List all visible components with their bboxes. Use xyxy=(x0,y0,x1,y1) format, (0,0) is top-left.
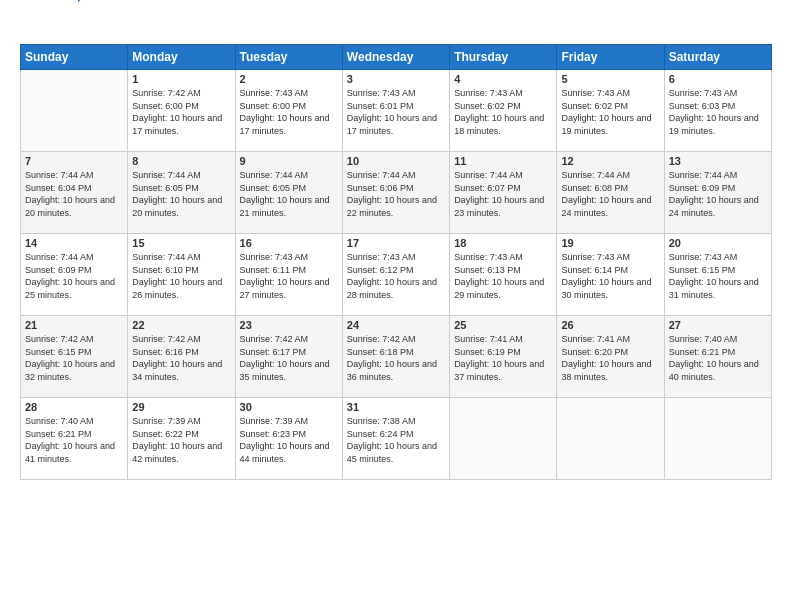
day-number: 12 xyxy=(561,155,659,167)
calendar-cell: 23Sunrise: 7:42 AMSunset: 6:17 PMDayligh… xyxy=(235,316,342,398)
day-info: Sunrise: 7:44 AMSunset: 6:09 PMDaylight:… xyxy=(669,169,767,219)
day-info: Sunrise: 7:43 AMSunset: 6:15 PMDaylight:… xyxy=(669,251,767,301)
day-number: 16 xyxy=(240,237,338,249)
logo xyxy=(20,16,96,34)
calendar-cell xyxy=(557,398,664,480)
weekday-header-monday: Monday xyxy=(128,45,235,70)
day-info: Sunrise: 7:44 AMSunset: 6:08 PMDaylight:… xyxy=(561,169,659,219)
day-number: 9 xyxy=(240,155,338,167)
day-number: 20 xyxy=(669,237,767,249)
day-info: Sunrise: 7:41 AMSunset: 6:19 PMDaylight:… xyxy=(454,333,552,383)
day-number: 18 xyxy=(454,237,552,249)
calendar-week-2: 7Sunrise: 7:44 AMSunset: 6:04 PMDaylight… xyxy=(21,152,772,234)
day-number: 3 xyxy=(347,73,445,85)
weekday-header-thursday: Thursday xyxy=(450,45,557,70)
calendar-table: SundayMondayTuesdayWednesdayThursdayFrid… xyxy=(20,44,772,480)
day-number: 28 xyxy=(25,401,123,413)
day-number: 25 xyxy=(454,319,552,331)
day-info: Sunrise: 7:43 AMSunset: 6:00 PMDaylight:… xyxy=(240,87,338,137)
day-info: Sunrise: 7:38 AMSunset: 6:24 PMDaylight:… xyxy=(347,415,445,465)
calendar-cell: 17Sunrise: 7:43 AMSunset: 6:12 PMDayligh… xyxy=(342,234,449,316)
day-info: Sunrise: 7:39 AMSunset: 6:23 PMDaylight:… xyxy=(240,415,338,465)
calendar-cell xyxy=(21,70,128,152)
calendar-cell: 28Sunrise: 7:40 AMSunset: 6:21 PMDayligh… xyxy=(21,398,128,480)
weekday-header-wednesday: Wednesday xyxy=(342,45,449,70)
day-info: Sunrise: 7:44 AMSunset: 6:04 PMDaylight:… xyxy=(25,169,123,219)
day-info: Sunrise: 7:42 AMSunset: 6:15 PMDaylight:… xyxy=(25,333,123,383)
calendar-cell: 1Sunrise: 7:42 AMSunset: 6:00 PMDaylight… xyxy=(128,70,235,152)
calendar-cell: 10Sunrise: 7:44 AMSunset: 6:06 PMDayligh… xyxy=(342,152,449,234)
day-info: Sunrise: 7:44 AMSunset: 6:10 PMDaylight:… xyxy=(132,251,230,301)
calendar-week-4: 21Sunrise: 7:42 AMSunset: 6:15 PMDayligh… xyxy=(21,316,772,398)
weekday-header-friday: Friday xyxy=(557,45,664,70)
day-number: 29 xyxy=(132,401,230,413)
calendar-body: 1Sunrise: 7:42 AMSunset: 6:00 PMDaylight… xyxy=(21,70,772,480)
day-info: Sunrise: 7:44 AMSunset: 6:05 PMDaylight:… xyxy=(240,169,338,219)
calendar-cell: 25Sunrise: 7:41 AMSunset: 6:19 PMDayligh… xyxy=(450,316,557,398)
calendar-cell: 7Sunrise: 7:44 AMSunset: 6:04 PMDaylight… xyxy=(21,152,128,234)
calendar-cell: 15Sunrise: 7:44 AMSunset: 6:10 PMDayligh… xyxy=(128,234,235,316)
calendar-cell: 26Sunrise: 7:41 AMSunset: 6:20 PMDayligh… xyxy=(557,316,664,398)
calendar-cell: 21Sunrise: 7:42 AMSunset: 6:15 PMDayligh… xyxy=(21,316,128,398)
calendar-cell: 12Sunrise: 7:44 AMSunset: 6:08 PMDayligh… xyxy=(557,152,664,234)
day-number: 1 xyxy=(132,73,230,85)
calendar-cell: 4Sunrise: 7:43 AMSunset: 6:02 PMDaylight… xyxy=(450,70,557,152)
day-info: Sunrise: 7:42 AMSunset: 6:18 PMDaylight:… xyxy=(347,333,445,383)
calendar-cell: 14Sunrise: 7:44 AMSunset: 6:09 PMDayligh… xyxy=(21,234,128,316)
day-info: Sunrise: 7:43 AMSunset: 6:03 PMDaylight:… xyxy=(669,87,767,137)
calendar-cell: 19Sunrise: 7:43 AMSunset: 6:14 PMDayligh… xyxy=(557,234,664,316)
day-number: 26 xyxy=(561,319,659,331)
day-number: 7 xyxy=(25,155,123,167)
calendar-cell: 30Sunrise: 7:39 AMSunset: 6:23 PMDayligh… xyxy=(235,398,342,480)
day-number: 23 xyxy=(240,319,338,331)
day-info: Sunrise: 7:42 AMSunset: 6:17 PMDaylight:… xyxy=(240,333,338,383)
day-info: Sunrise: 7:40 AMSunset: 6:21 PMDaylight:… xyxy=(669,333,767,383)
calendar-cell: 29Sunrise: 7:39 AMSunset: 6:22 PMDayligh… xyxy=(128,398,235,480)
calendar-page: SundayMondayTuesdayWednesdayThursdayFrid… xyxy=(0,0,792,490)
calendar-cell: 20Sunrise: 7:43 AMSunset: 6:15 PMDayligh… xyxy=(664,234,771,316)
day-info: Sunrise: 7:42 AMSunset: 6:16 PMDaylight:… xyxy=(132,333,230,383)
day-number: 2 xyxy=(240,73,338,85)
calendar-week-5: 28Sunrise: 7:40 AMSunset: 6:21 PMDayligh… xyxy=(21,398,772,480)
calendar-cell: 13Sunrise: 7:44 AMSunset: 6:09 PMDayligh… xyxy=(664,152,771,234)
calendar-cell: 31Sunrise: 7:38 AMSunset: 6:24 PMDayligh… xyxy=(342,398,449,480)
calendar-cell: 24Sunrise: 7:42 AMSunset: 6:18 PMDayligh… xyxy=(342,316,449,398)
day-info: Sunrise: 7:39 AMSunset: 6:22 PMDaylight:… xyxy=(132,415,230,465)
calendar-week-1: 1Sunrise: 7:42 AMSunset: 6:00 PMDaylight… xyxy=(21,70,772,152)
day-number: 27 xyxy=(669,319,767,331)
calendar-cell: 2Sunrise: 7:43 AMSunset: 6:00 PMDaylight… xyxy=(235,70,342,152)
day-info: Sunrise: 7:43 AMSunset: 6:14 PMDaylight:… xyxy=(561,251,659,301)
weekday-header-tuesday: Tuesday xyxy=(235,45,342,70)
weekday-header-saturday: Saturday xyxy=(664,45,771,70)
weekday-header-sunday: Sunday xyxy=(21,45,128,70)
calendar-week-3: 14Sunrise: 7:44 AMSunset: 6:09 PMDayligh… xyxy=(21,234,772,316)
calendar-header-row: SundayMondayTuesdayWednesdayThursdayFrid… xyxy=(21,45,772,70)
day-number: 13 xyxy=(669,155,767,167)
calendar-header xyxy=(20,16,772,34)
calendar-cell: 9Sunrise: 7:44 AMSunset: 6:05 PMDaylight… xyxy=(235,152,342,234)
svg-marker-0 xyxy=(78,0,96,2)
logo-icon xyxy=(78,0,96,2)
day-info: Sunrise: 7:44 AMSunset: 6:05 PMDaylight:… xyxy=(132,169,230,219)
day-info: Sunrise: 7:44 AMSunset: 6:07 PMDaylight:… xyxy=(454,169,552,219)
day-number: 31 xyxy=(347,401,445,413)
calendar-cell: 16Sunrise: 7:43 AMSunset: 6:11 PMDayligh… xyxy=(235,234,342,316)
calendar-cell: 6Sunrise: 7:43 AMSunset: 6:03 PMDaylight… xyxy=(664,70,771,152)
calendar-cell: 22Sunrise: 7:42 AMSunset: 6:16 PMDayligh… xyxy=(128,316,235,398)
day-number: 8 xyxy=(132,155,230,167)
day-info: Sunrise: 7:42 AMSunset: 6:00 PMDaylight:… xyxy=(132,87,230,137)
day-number: 15 xyxy=(132,237,230,249)
day-number: 4 xyxy=(454,73,552,85)
day-number: 6 xyxy=(669,73,767,85)
calendar-cell: 5Sunrise: 7:43 AMSunset: 6:02 PMDaylight… xyxy=(557,70,664,152)
calendar-cell xyxy=(664,398,771,480)
calendar-cell: 18Sunrise: 7:43 AMSunset: 6:13 PMDayligh… xyxy=(450,234,557,316)
day-number: 19 xyxy=(561,237,659,249)
day-info: Sunrise: 7:43 AMSunset: 6:11 PMDaylight:… xyxy=(240,251,338,301)
calendar-cell: 11Sunrise: 7:44 AMSunset: 6:07 PMDayligh… xyxy=(450,152,557,234)
day-info: Sunrise: 7:43 AMSunset: 6:02 PMDaylight:… xyxy=(454,87,552,137)
day-info: Sunrise: 7:44 AMSunset: 6:09 PMDaylight:… xyxy=(25,251,123,301)
day-number: 5 xyxy=(561,73,659,85)
day-number: 10 xyxy=(347,155,445,167)
day-info: Sunrise: 7:41 AMSunset: 6:20 PMDaylight:… xyxy=(561,333,659,383)
